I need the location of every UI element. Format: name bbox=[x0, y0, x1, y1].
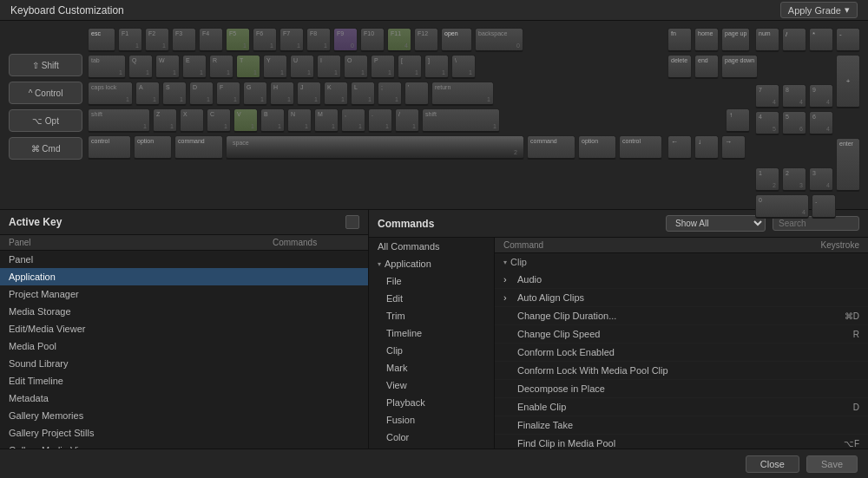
key-num0[interactable]: 04 bbox=[755, 194, 809, 219]
save-button[interactable]: Save bbox=[806, 455, 858, 473]
key-num[interactable]: num bbox=[755, 28, 779, 52]
key-cmd-right[interactable]: command bbox=[527, 135, 575, 160]
key-num-plus[interactable]: + bbox=[836, 55, 860, 108]
cmd-finalize-take[interactable]: Finalize Take bbox=[495, 416, 868, 435]
cat-all-commands[interactable]: All Commands bbox=[369, 238, 494, 255]
key-h[interactable]: H1 bbox=[270, 82, 294, 106]
key-w[interactable]: W1 bbox=[155, 55, 180, 79]
cat-application[interactable]: ▾ Application bbox=[369, 255, 494, 272]
cmd-group-clip[interactable]: ▾ Clip bbox=[495, 253, 868, 271]
key-k[interactable]: K1 bbox=[324, 82, 348, 106]
cat-mark[interactable]: Mark bbox=[369, 359, 494, 377]
cmd-change-clip-speed[interactable]: Change Clip Speed R bbox=[495, 325, 868, 344]
key-num2[interactable]: 23 bbox=[782, 167, 806, 192]
key-i[interactable]: I1 bbox=[317, 55, 341, 79]
key-m[interactable]: M1 bbox=[314, 108, 339, 133]
key-pagedown[interactable]: page down bbox=[721, 55, 758, 79]
key-ctrl-left[interactable]: control bbox=[88, 135, 131, 160]
key-down[interactable]: ↓ bbox=[694, 135, 719, 160]
key-z[interactable]: Z1 bbox=[153, 108, 177, 133]
control-mod-key[interactable]: ^ Control bbox=[9, 82, 82, 104]
key-option-left[interactable]: option bbox=[134, 135, 172, 160]
key-end[interactable]: end bbox=[694, 55, 719, 79]
cmd-subgroup-audio[interactable]: › Audio bbox=[495, 271, 868, 289]
key-f3[interactable]: F3 bbox=[172, 28, 196, 52]
key-num1[interactable]: 12 bbox=[755, 167, 779, 192]
key-lbracket[interactable]: [1 bbox=[398, 55, 422, 79]
key-num-slash[interactable]: / bbox=[782, 28, 806, 52]
cmd-conform-lock-media-pool[interactable]: Conform Lock With Media Pool Clip bbox=[495, 362, 868, 380]
key-backslash[interactable]: \1 bbox=[451, 55, 476, 79]
key-up[interactable]: ↑ bbox=[726, 108, 750, 133]
key-ctrl-right[interactable]: control bbox=[619, 135, 662, 160]
key-v[interactable]: V1 bbox=[233, 108, 258, 133]
key-shift-left[interactable]: shift1 bbox=[88, 108, 150, 133]
cat-fusion[interactable]: Fusion bbox=[369, 411, 494, 429]
key-f1[interactable]: F11 bbox=[118, 28, 142, 52]
cmd-find-clip-media-pool[interactable]: Find Clip in Media Pool ⌥F bbox=[495, 435, 868, 449]
key-option-right[interactable]: option bbox=[578, 135, 616, 160]
key-delete[interactable]: delete bbox=[667, 55, 692, 79]
key-num8[interactable]: 84 bbox=[782, 84, 806, 108]
key-esc[interactable]: esc bbox=[88, 28, 115, 52]
key-f6[interactable]: F61 bbox=[253, 28, 277, 52]
key-f9[interactable]: F90 bbox=[333, 28, 358, 52]
key-num-minus[interactable]: - bbox=[836, 28, 860, 52]
key-f10[interactable]: F10 bbox=[360, 28, 385, 52]
key-f[interactable]: F1 bbox=[216, 82, 240, 106]
key-o[interactable]: O1 bbox=[344, 55, 368, 79]
key-semicolon[interactable]: ;1 bbox=[378, 82, 402, 106]
cmd-decompose-in-place[interactable]: Decompose in Place bbox=[495, 380, 868, 398]
apply-grade-button[interactable]: Apply Grade ▾ bbox=[780, 2, 858, 18]
cat-file[interactable]: File bbox=[369, 272, 494, 290]
key-g[interactable]: G1 bbox=[243, 82, 267, 106]
key-f4[interactable]: F4 bbox=[199, 28, 223, 52]
key-num4[interactable]: 45 bbox=[755, 111, 779, 135]
key-num-dot[interactable]: . bbox=[812, 194, 836, 219]
key-pageup[interactable]: page up bbox=[721, 28, 750, 52]
cmd-enable-clip[interactable]: Enable Clip D bbox=[495, 398, 868, 416]
cat-timeline[interactable]: Timeline bbox=[369, 324, 494, 342]
key-f11[interactable]: F114 bbox=[387, 28, 411, 52]
list-item-media-pool[interactable]: Media Pool bbox=[0, 337, 368, 355]
list-item-gallery-memories[interactable]: Gallery Memories bbox=[0, 407, 368, 424]
key-capslock[interactable]: caps lock1 bbox=[88, 82, 133, 106]
key-num-star[interactable]: * bbox=[809, 28, 833, 52]
key-cmd-left[interactable]: command bbox=[174, 135, 223, 160]
cat-clip[interactable]: Clip bbox=[369, 342, 494, 359]
key-space[interactable]: space 2 bbox=[226, 135, 524, 160]
shift-mod-key[interactable]: ⇧ Shift bbox=[9, 54, 82, 76]
key-y[interactable]: Y1 bbox=[263, 55, 287, 79]
key-home[interactable]: home bbox=[694, 28, 719, 52]
key-e[interactable]: E1 bbox=[182, 55, 207, 79]
close-button[interactable]: Close bbox=[746, 455, 799, 473]
opt-mod-key[interactable]: ⌥ Opt bbox=[9, 109, 82, 132]
list-item-metadata[interactable]: Metadata bbox=[0, 390, 368, 407]
key-f8[interactable]: F81 bbox=[306, 28, 331, 52]
cmd-conform-lock-enabled[interactable]: Conform Lock Enabled bbox=[495, 344, 868, 362]
key-num5[interactable]: 56 bbox=[782, 111, 806, 135]
key-s[interactable]: S1 bbox=[162, 82, 187, 106]
key-f5[interactable]: F51 bbox=[226, 28, 250, 52]
key-left[interactable]: ← bbox=[667, 135, 692, 160]
key-a[interactable]: A1 bbox=[135, 82, 160, 106]
key-num6[interactable]: 64 bbox=[809, 111, 833, 135]
key-j[interactable]: J1 bbox=[297, 82, 321, 106]
cmd-change-clip-duration[interactable]: Change Clip Duration... ⌘D bbox=[495, 307, 868, 325]
key-f7[interactable]: F71 bbox=[279, 28, 304, 52]
key-shift-right[interactable]: shift1 bbox=[422, 108, 500, 133]
key-quote[interactable]: ' bbox=[404, 82, 429, 106]
cat-view[interactable]: View bbox=[369, 377, 494, 394]
list-item-gallery-media-view[interactable]: Gallery Media View bbox=[0, 442, 368, 449]
list-item-media-storage[interactable]: Media Storage bbox=[0, 303, 368, 320]
key-p[interactable]: P1 bbox=[371, 55, 395, 79]
key-l[interactable]: L1 bbox=[351, 82, 375, 106]
list-item-gallery-project-stills[interactable]: Gallery Project Stills bbox=[0, 424, 368, 442]
key-period[interactable]: .1 bbox=[368, 108, 392, 133]
key-n[interactable]: N1 bbox=[287, 108, 312, 133]
key-fn[interactable]: fn bbox=[667, 28, 692, 52]
key-u[interactable]: U1 bbox=[290, 55, 314, 79]
key-f12[interactable]: F12 bbox=[414, 28, 438, 52]
key-backspace[interactable]: backspace0 bbox=[475, 28, 523, 52]
key-comma[interactable]: ,1 bbox=[341, 108, 365, 133]
